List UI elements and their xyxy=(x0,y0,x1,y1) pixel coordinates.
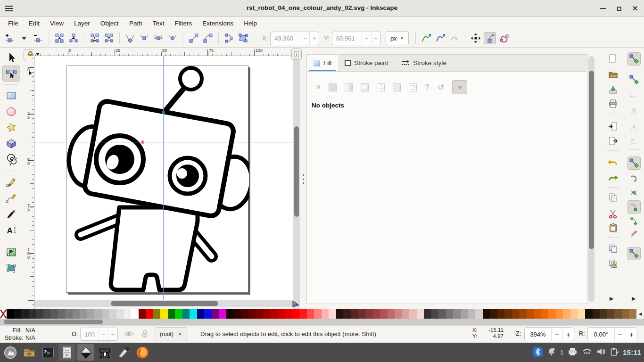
insert-node-icon[interactable] xyxy=(4,32,16,44)
palette-swatch[interactable] xyxy=(424,309,431,319)
palette-swatch[interactable] xyxy=(556,309,563,319)
zoom-field[interactable]: 394% − + xyxy=(524,327,574,341)
palette-swatch[interactable] xyxy=(373,309,380,319)
menu-item[interactable]: File xyxy=(3,18,24,28)
menu-hamburger-icon[interactable] xyxy=(5,4,13,13)
rotation-value[interactable]: 0.00° xyxy=(588,331,614,338)
zoom-increment-button[interactable]: + xyxy=(562,328,574,341)
calligraphy-tool-button[interactable] xyxy=(2,206,20,222)
palette-swatch[interactable] xyxy=(139,309,146,319)
taskbar-inkscape-icon[interactable] xyxy=(77,344,94,361)
panel-scrollbar[interactable] xyxy=(588,56,594,302)
palette-swatch[interactable] xyxy=(395,309,402,319)
mesh-gradient-tool-button[interactable] xyxy=(2,260,20,276)
palette-swatch[interactable] xyxy=(73,309,80,319)
layer-lock-icon[interactable]: 1 xyxy=(140,329,149,340)
palette-swatch[interactable] xyxy=(343,309,351,319)
edit-clip-path-icon[interactable] xyxy=(420,32,432,44)
commands-bar-expand-arrow[interactable]: ▶ xyxy=(610,296,613,302)
palette-swatch[interactable] xyxy=(307,309,314,319)
palette-swatch[interactable] xyxy=(65,309,73,319)
palette-swatch[interactable] xyxy=(490,309,497,319)
horizontal-scrollbar-thumb[interactable] xyxy=(111,301,218,306)
palette-swatch[interactable] xyxy=(168,309,175,319)
palette-swatch[interactable] xyxy=(527,309,534,319)
palette-swatch[interactable] xyxy=(497,309,505,319)
no-paint-button[interactable]: × xyxy=(316,83,321,91)
palette-swatch[interactable] xyxy=(153,309,161,319)
rectangle-tool-button[interactable] xyxy=(2,88,20,104)
network-icon[interactable] xyxy=(582,347,592,357)
snap-bounding-box-icon[interactable] xyxy=(627,73,641,86)
toolbox-expand-arrow[interactable]: ▶ xyxy=(9,248,13,254)
palette-swatch[interactable] xyxy=(204,309,212,319)
palette-swatch[interactable] xyxy=(417,309,424,319)
palette-swatch[interactable] xyxy=(622,309,629,319)
palette-scrollbar[interactable] xyxy=(0,319,644,325)
layer-selector-dropdown[interactable]: (root) ▼ xyxy=(155,327,187,341)
snap-paths-icon[interactable] xyxy=(627,172,641,185)
palette-swatch[interactable] xyxy=(21,309,29,319)
palette-swatch[interactable] xyxy=(175,309,182,319)
palette-swatch[interactable] xyxy=(475,309,483,319)
spiral-tool-button[interactable] xyxy=(2,152,20,168)
opacity-increment-button[interactable]: + xyxy=(108,328,117,340)
snap-enabled-icon[interactable] xyxy=(627,52,641,66)
palette-swatch[interactable] xyxy=(409,309,417,319)
export-icon[interactable] xyxy=(606,134,619,148)
palette-swatch[interactable] xyxy=(292,309,300,319)
palette-swatch[interactable] xyxy=(438,309,446,319)
layer-visibility-icon[interactable] xyxy=(124,329,134,339)
snap-others-icon[interactable] xyxy=(627,247,641,260)
swatch-fill-button[interactable]: ♥ xyxy=(452,80,467,94)
palette-swatch[interactable] xyxy=(380,309,388,319)
palette-swatch[interactable] xyxy=(14,309,22,319)
palette-swatch[interactable] xyxy=(585,309,593,319)
volume-icon[interactable] xyxy=(596,347,606,357)
palette-swatch[interactable] xyxy=(336,309,344,319)
palette-swatch[interactable] xyxy=(483,309,490,319)
box-3d-tool-button[interactable] xyxy=(2,136,20,152)
unknown-paint-button[interactable]: ? xyxy=(425,83,429,91)
palette-swatch[interactable] xyxy=(548,309,556,319)
palette-swatch[interactable] xyxy=(219,309,226,319)
opacity-value[interactable]: 100 xyxy=(81,331,99,338)
snap-cusp-nodes-icon[interactable] xyxy=(627,200,641,214)
menu-item[interactable]: Path xyxy=(124,18,148,28)
palette-swatch[interactable] xyxy=(58,309,66,319)
break-path-icon[interactable] xyxy=(53,32,66,44)
palette-swatch[interactable] xyxy=(446,309,454,319)
rotation-increment-button[interactable]: + xyxy=(626,328,637,341)
palette-swatch[interactable] xyxy=(563,309,570,319)
palette-swatch[interactable] xyxy=(226,309,234,319)
palette-swatch[interactable] xyxy=(263,309,271,319)
taskbar-clock[interactable]: 15:11 xyxy=(623,349,641,356)
palette-swatch[interactable] xyxy=(197,309,205,319)
clipboard-tray-icon[interactable] xyxy=(610,347,619,358)
vertical-scrollbar[interactable] xyxy=(293,56,300,309)
palette-swatch[interactable] xyxy=(365,309,373,319)
minimize-button[interactable] xyxy=(598,4,608,13)
palette-swatch[interactable] xyxy=(278,309,285,319)
snap-nodes-icon[interactable] xyxy=(627,156,641,170)
palette-swatch[interactable] xyxy=(233,309,241,319)
palette-swatch[interactable] xyxy=(570,309,578,319)
rotation-decrement-button[interactable]: − xyxy=(614,328,626,341)
opacity-field[interactable]: 100 − + xyxy=(80,328,118,341)
palette-swatch[interactable] xyxy=(388,309,395,319)
palette-swatch[interactable] xyxy=(29,309,36,319)
zoom-value[interactable]: 394% xyxy=(525,331,551,338)
taskbar-plotter-icon[interactable] xyxy=(96,344,113,361)
duplicate-icon[interactable] xyxy=(606,242,619,255)
taskbar-launcher-icon[interactable] xyxy=(2,344,19,361)
palette-swatch[interactable] xyxy=(116,309,124,319)
palette-swatch[interactable] xyxy=(94,309,102,319)
palette-swatch[interactable] xyxy=(629,309,636,319)
snap-smooth-nodes-icon[interactable] xyxy=(627,214,641,228)
taskbar-firefox-icon[interactable] xyxy=(134,344,151,361)
menu-item[interactable]: View xyxy=(45,18,69,28)
join-nodes-icon[interactable] xyxy=(67,32,80,44)
palette-swatch[interactable] xyxy=(7,309,14,319)
palette-swatch[interactable] xyxy=(124,309,132,319)
palette-swatch[interactable] xyxy=(607,309,615,319)
